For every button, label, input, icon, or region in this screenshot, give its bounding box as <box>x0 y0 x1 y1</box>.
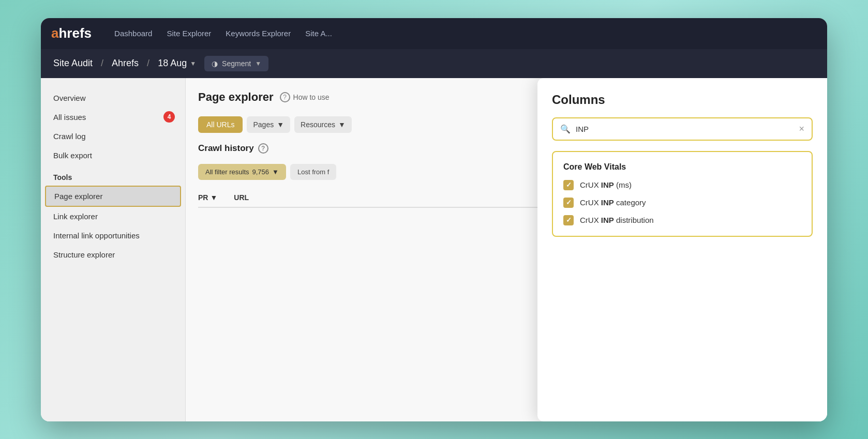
search-icon: 🔍 <box>560 124 571 134</box>
segment-icon: ◑ <box>212 59 218 68</box>
breadcrumb-date-arrow: ▼ <box>190 60 196 67</box>
nav-item-site-explorer[interactable]: Site Explorer <box>167 29 211 38</box>
tab-pages[interactable]: Pages ▼ <box>247 116 290 133</box>
all-filter-results-button[interactable]: All filter results 9,756 ▼ <box>198 164 286 180</box>
columns-results-section: Core Web Vitals ✓ CrUX INP (ms) ✓ <box>552 151 813 237</box>
sidebar-item-crawl-log-label: Crawl log <box>53 132 86 141</box>
col-pr-sort-icon: ▼ <box>210 193 217 202</box>
checkbox-item-inp-ms: ✓ CrUX INP (ms) <box>563 180 801 190</box>
breadcrumb-sep-2: / <box>147 58 149 69</box>
lost-from-button[interactable]: Lost from f <box>290 164 336 180</box>
breadcrumb-sep-1: / <box>101 58 103 69</box>
core-web-vitals-title: Core Web Vitals <box>563 162 801 172</box>
col-header-url: URL <box>234 193 249 202</box>
checkbox-item-inp-distribution: ✓ CrUX INP distribution <box>563 215 801 225</box>
top-navigation: ahrefs Dashboard Site Explorer Keywords … <box>41 18 827 49</box>
segment-button[interactable]: ◑ Segment ▼ <box>204 56 268 71</box>
inp-category-checkbox[interactable]: ✓ <box>563 198 574 208</box>
breadcrumb-date-label: 18 Aug <box>158 58 187 69</box>
segment-label: Segment <box>222 59 251 68</box>
sidebar: Overview All issues 4 Crawl log Bulk exp… <box>41 78 186 421</box>
nav-item-site-a[interactable]: Site A... <box>305 29 332 38</box>
inp-ms-label: CrUX INP (ms) <box>580 180 632 189</box>
inp-category-label: CrUX INP category <box>580 198 646 207</box>
inp-distribution-label: CrUX INP distribution <box>580 216 654 224</box>
sidebar-item-overview-label: Overview <box>53 94 86 102</box>
tools-section-title: Tools <box>41 165 185 186</box>
sidebar-item-bulk-export-label: Bulk export <box>53 151 92 160</box>
all-issues-badge: 4 <box>163 111 175 123</box>
crawl-history-help-icon[interactable]: ? <box>258 143 268 154</box>
breadcrumb-bar: Site Audit / Ahrefs / 18 Aug ▼ ◑ Segment… <box>41 49 827 78</box>
sidebar-item-overview[interactable]: Overview <box>41 88 185 108</box>
inp-ms-checkbox[interactable]: ✓ <box>563 180 574 190</box>
logo-text: ahrefs <box>51 25 92 41</box>
sidebar-item-link-explorer-label: Link explorer <box>53 212 98 221</box>
col-pr-label: PR <box>198 193 208 202</box>
columns-search-box[interactable]: 🔍 × <box>552 117 813 141</box>
filter-count: 9,756 <box>252 168 270 176</box>
segment-arrow: ▼ <box>255 60 261 67</box>
sidebar-item-bulk-export[interactable]: Bulk export <box>41 146 185 165</box>
logo[interactable]: ahrefs <box>51 25 92 41</box>
help-icon: ? <box>280 92 290 102</box>
inp-category-checkmark: ✓ <box>566 199 572 206</box>
content-area: Overview All issues 4 Crawl log Bulk exp… <box>41 78 827 421</box>
sidebar-item-link-explorer[interactable]: Link explorer <box>41 207 185 226</box>
breadcrumb-ahrefs: Ahrefs <box>112 58 139 69</box>
columns-search-input[interactable] <box>576 125 794 133</box>
sidebar-item-all-issues-label: All issues <box>53 113 86 122</box>
col-url-label: URL <box>234 193 249 202</box>
sidebar-item-structure-explorer-label: Structure explorer <box>53 250 115 259</box>
filter-dropdown-arrow: ▼ <box>272 168 279 176</box>
inp-distribution-checkbox[interactable]: ✓ <box>563 215 574 225</box>
sidebar-item-internal-links-label: Internal link opportunities <box>53 231 140 240</box>
sidebar-item-page-explorer[interactable]: Page explorer <box>45 186 181 207</box>
columns-search-clear-button[interactable]: × <box>799 124 804 134</box>
how-to-use-button[interactable]: ? How to use <box>280 92 330 102</box>
tab-resources-arrow: ▼ <box>338 120 346 129</box>
inp-ms-checkmark: ✓ <box>566 181 572 189</box>
logo-a-letter: a <box>51 25 58 41</box>
nav-item-keywords-explorer[interactable]: Keywords Explorer <box>226 29 291 38</box>
breadcrumb-date-dropdown[interactable]: 18 Aug ▼ <box>158 58 196 69</box>
lost-from-label: Lost from f <box>297 168 329 176</box>
main-content: Page explorer ? How to use All URLs Page… <box>186 78 827 421</box>
sidebar-item-crawl-log[interactable]: Crawl log <box>41 127 185 146</box>
checkbox-item-inp-category: ✓ CrUX INP category <box>563 198 801 208</box>
how-to-use-label: How to use <box>293 93 330 101</box>
tab-resources-label: Resources <box>301 120 335 129</box>
tab-pages-label: Pages <box>253 120 274 129</box>
tab-pages-arrow: ▼ <box>277 120 284 129</box>
columns-panel: Columns 🔍 × Core Web Vitals ✓ <box>537 78 827 421</box>
tab-all-urls-label: All URLs <box>206 120 234 129</box>
all-filter-label: All filter results <box>205 168 249 176</box>
nav-items: Dashboard Site Explorer Keywords Explore… <box>114 29 332 38</box>
inp-distribution-checkmark: ✓ <box>566 216 572 224</box>
tab-all-urls[interactable]: All URLs <box>198 116 243 133</box>
sidebar-item-structure-explorer[interactable]: Structure explorer <box>41 245 185 264</box>
breadcrumb-site-audit: Site Audit <box>53 58 93 69</box>
col-header-pr[interactable]: PR ▼ <box>198 193 217 202</box>
sidebar-item-all-issues[interactable]: All issues 4 <box>41 108 185 127</box>
clear-icon: × <box>799 124 804 134</box>
sidebar-item-page-explorer-label: Page explorer <box>54 192 102 201</box>
crawl-history-label: Crawl history <box>198 143 254 154</box>
page-title: Page explorer <box>198 90 274 104</box>
columns-panel-title: Columns <box>552 93 813 107</box>
sidebar-item-internal-links[interactable]: Internal link opportunities <box>41 226 185 245</box>
tab-resources[interactable]: Resources ▼ <box>294 116 352 133</box>
nav-item-dashboard[interactable]: Dashboard <box>114 29 152 38</box>
